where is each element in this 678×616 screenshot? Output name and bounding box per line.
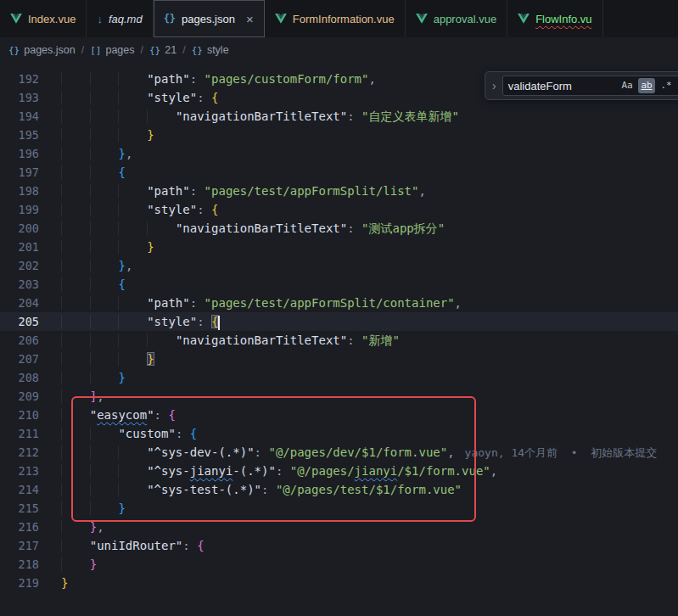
- line-content[interactable]: },: [39, 518, 678, 536]
- line-content[interactable]: },: [39, 144, 678, 163]
- line-content[interactable]: }: [39, 368, 678, 387]
- code-line[interactable]: 216 },: [0, 518, 678, 536]
- tab-faq.md[interactable]: ↓faq.md: [87, 0, 153, 37]
- code-line[interactable]: 194 "navigationBarTitleText": "自定义表单新增": [0, 107, 678, 126]
- tab-pages.json[interactable]: {}pages.json×: [154, 0, 265, 37]
- line-number[interactable]: 209: [0, 387, 39, 406]
- find-option-regex[interactable]: .*: [658, 78, 675, 93]
- line-content[interactable]: }: [39, 126, 678, 144]
- line-number[interactable]: 200: [0, 219, 39, 238]
- tab-Index.vue[interactable]: Index.vue: [0, 0, 87, 37]
- line-number[interactable]: 199: [0, 200, 39, 219]
- tab-approval.vue[interactable]: approval.vue: [406, 0, 507, 37]
- code-line[interactable]: 209 ],: [0, 387, 678, 406]
- code-line[interactable]: 203 {: [0, 275, 678, 294]
- line-content[interactable]: "path": "pages/test/appFormSplit/contain…: [39, 294, 678, 312]
- line-content[interactable]: "uniIdRouter": {: [39, 536, 678, 555]
- line-number[interactable]: 204: [0, 294, 39, 312]
- line-content[interactable]: },: [39, 256, 678, 275]
- code-line[interactable]: 201 }: [0, 238, 678, 256]
- line-content[interactable]: {: [39, 163, 678, 182]
- line-content[interactable]: "navigationBarTitleText": "测试app拆分": [39, 219, 678, 238]
- code-line[interactable]: 212 "^sys-dev-(.*)": "@/pages/dev/$1/for…: [0, 443, 678, 462]
- line-number[interactable]: 198: [0, 182, 39, 200]
- line-number[interactable]: 202: [0, 256, 39, 275]
- line-content[interactable]: "path": "pages/test/appFormSplit/list",: [39, 182, 678, 200]
- line-number[interactable]: 218: [0, 555, 39, 574]
- line-number[interactable]: 216: [0, 518, 39, 536]
- code-line[interactable]: 210 "easycom": {: [0, 406, 678, 424]
- line-content[interactable]: {: [39, 275, 678, 294]
- line-number[interactable]: 197: [0, 163, 39, 182]
- code-line[interactable]: 208 }: [0, 368, 678, 387]
- line-content[interactable]: "navigationBarTitleText": "自定义表单新增": [39, 107, 678, 126]
- find-input[interactable]: validateForm Aaab.*: [502, 76, 678, 96]
- line-content[interactable]: }: [39, 574, 678, 592]
- tab-FlowInfo.vu[interactable]: FlowInfo.vu: [507, 0, 602, 37]
- code-line[interactable]: 214 "^sys-test-(.*)": "@/pages/test/$1/f…: [0, 480, 678, 499]
- line-number[interactable]: 213: [0, 462, 39, 480]
- code-line[interactable]: 196 },: [0, 144, 678, 163]
- line-number[interactable]: 214: [0, 480, 39, 499]
- line-number[interactable]: 205: [0, 312, 39, 331]
- code-line[interactable]: 207 }: [0, 350, 678, 368]
- tab-close-icon[interactable]: ×: [246, 13, 254, 25]
- line-number[interactable]: 208: [0, 368, 39, 387]
- breadcrumb-item-pages[interactable]: []pages: [90, 44, 134, 56]
- line-number[interactable]: 195: [0, 126, 39, 144]
- line-content[interactable]: "easycom": {: [39, 406, 678, 424]
- breadcrumb-item-21[interactable]: {}21: [149, 44, 177, 56]
- find-expand-chevron-icon[interactable]: ›: [492, 79, 496, 92]
- code-line[interactable]: 200 "navigationBarTitleText": "测试app拆分": [0, 219, 678, 238]
- line-number[interactable]: 217: [0, 536, 39, 555]
- find-option-match-case[interactable]: Aa: [619, 78, 636, 93]
- code-line[interactable]: 206 "navigationBarTitleText": "新增": [0, 331, 678, 350]
- line-number[interactable]: 203: [0, 275, 39, 294]
- code-line[interactable]: 218 }: [0, 555, 678, 574]
- line-content[interactable]: "style": {: [39, 312, 678, 331]
- line-number[interactable]: 219: [0, 574, 39, 592]
- breadcrumb-item-style[interactable]: {}style: [192, 44, 229, 56]
- line-content[interactable]: }: [39, 555, 678, 574]
- line-content[interactable]: }: [39, 499, 678, 518]
- line-content[interactable]: "^sys-jianyi-(.*)": "@/pages/jianyi/$1/f…: [39, 462, 678, 480]
- code-line[interactable]: 219}: [0, 574, 678, 592]
- code-line[interactable]: 217 "uniIdRouter": {: [0, 536, 678, 555]
- code-line[interactable]: 204 "path": "pages/test/appFormSplit/con…: [0, 294, 678, 312]
- line-number[interactable]: 206: [0, 331, 39, 350]
- find-query-text[interactable]: validateForm: [508, 80, 616, 92]
- code-line[interactable]: 213 "^sys-jianyi-(.*)": "@/pages/jianyi/…: [0, 462, 678, 480]
- line-number[interactable]: 194: [0, 107, 39, 126]
- line-number[interactable]: 201: [0, 238, 39, 256]
- code-token: }: [90, 520, 97, 534]
- code-line[interactable]: 211 "custom": {: [0, 424, 678, 443]
- code-token: {: [118, 165, 125, 179]
- breadcrumb-item-pages.json[interactable]: {}pages.json: [8, 44, 76, 56]
- code-line[interactable]: 215 }: [0, 499, 678, 518]
- line-number[interactable]: 193: [0, 88, 39, 107]
- line-number[interactable]: 212: [0, 443, 39, 462]
- code-line[interactable]: 202 },: [0, 256, 678, 275]
- line-number[interactable]: 192: [0, 70, 39, 88]
- code-line[interactable]: 195 }: [0, 126, 678, 144]
- code-line[interactable]: 205 "style": {: [0, 312, 678, 331]
- code-line[interactable]: 197 {: [0, 163, 678, 182]
- line-content[interactable]: }: [39, 238, 678, 256]
- line-content[interactable]: "navigationBarTitleText": "新增": [39, 331, 678, 350]
- tab-FormInformation.vue[interactable]: FormInformation.vue: [265, 0, 406, 37]
- line-number[interactable]: 207: [0, 350, 39, 368]
- line-number[interactable]: 211: [0, 424, 39, 443]
- line-number[interactable]: 210: [0, 406, 39, 424]
- line-number[interactable]: 196: [0, 144, 39, 163]
- find-option-whole-word[interactable]: ab: [638, 78, 655, 93]
- line-content[interactable]: "^sys-test-(.*)": "@/pages/test/$1/form.…: [39, 480, 678, 499]
- line-content[interactable]: ],: [39, 387, 678, 406]
- line-content[interactable]: "custom": {: [39, 424, 678, 443]
- code-line[interactable]: 199 "style": {: [0, 200, 678, 219]
- line-content[interactable]: }: [39, 350, 678, 368]
- line-content[interactable]: "^sys-dev-(.*)": "@/pages/dev/$1/form.vu…: [39, 443, 678, 462]
- line-number[interactable]: 215: [0, 499, 39, 518]
- breadcrumb-label: style: [207, 44, 229, 56]
- code-line[interactable]: 198 "path": "pages/test/appFormSplit/lis…: [0, 182, 678, 200]
- line-content[interactable]: "style": {: [39, 200, 678, 219]
